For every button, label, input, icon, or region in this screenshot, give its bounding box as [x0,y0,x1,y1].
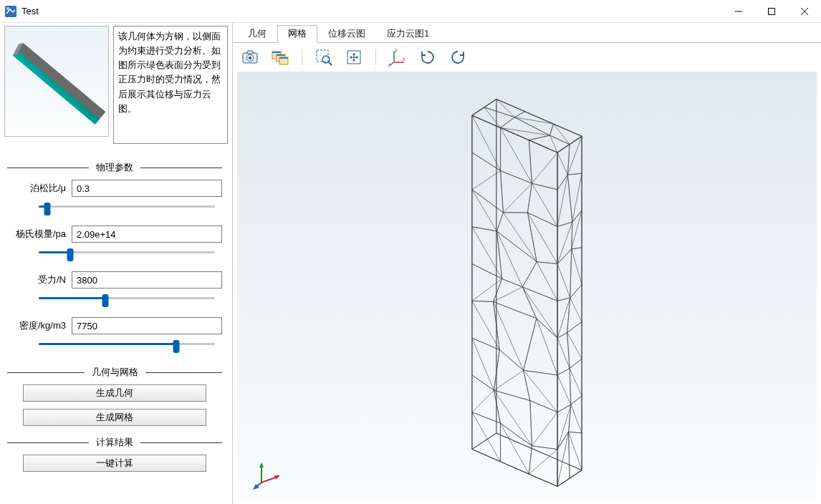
svg-line-270 [496,99,515,117]
svg-line-149 [524,319,537,371]
svg-text:y: y [395,48,398,53]
svg-line-119 [496,213,503,231]
svg-line-115 [496,231,522,287]
generate-geometry-button[interactable]: 生成几何 [23,384,206,402]
svg-line-283 [501,127,529,140]
svg-line-75 [472,190,497,231]
svg-line-50 [472,390,494,412]
svg-line-216 [567,173,582,175]
svg-line-151 [537,319,557,338]
svg-line-250 [557,263,570,297]
svg-line-60 [472,301,499,349]
content-area: 几何 网格 位移云图 应力云图1 yxz [233,23,821,504]
svg-line-234 [570,368,571,404]
tab-stress[interactable]: 应力云图1 [376,25,440,43]
svg-line-181 [569,432,582,433]
svg-line-289 [550,124,554,135]
sidebar: 该几何体为方钢，以侧面为约束进行受力分析。如图所示绿色表面分为受到正压力时的受力… [0,23,233,504]
svg-marker-297 [259,462,264,467]
svg-line-161 [537,262,557,264]
svg-line-236 [557,368,570,374]
multi-windows-icon[interactable] [270,47,290,67]
svg-line-91 [500,423,532,446]
svg-line-260 [557,175,567,226]
viewport-toolbar: yxz [233,43,821,72]
window-maximize-button[interactable] [755,0,788,23]
svg-line-41 [472,450,501,462]
svg-line-185 [571,404,582,433]
input-young[interactable] [72,226,222,243]
svg-rect-18 [279,57,288,59]
zoom-select-icon[interactable] [314,47,334,67]
rotate-ccw-icon[interactable] [448,47,468,67]
svg-line-293 [529,140,557,152]
slider-density[interactable] [7,339,222,350]
window-minimize-button[interactable] [722,0,755,23]
svg-line-279 [514,112,524,117]
svg-line-180 [569,432,582,470]
tab-bar: 几何 网格 位移云图 应力云图1 [233,26,821,43]
svg-rect-7 [13,50,100,125]
svg-line-269 [484,99,496,107]
svg-line-201 [570,285,582,298]
svg-line-274 [472,107,484,115]
svg-line-100 [494,370,523,390]
label-young: 杨氏模量/pa [7,228,69,241]
svg-line-255 [557,222,572,264]
svg-line-220 [567,136,582,175]
rotate-cw-icon[interactable] [418,47,438,67]
compute-button[interactable]: 一键计算 [23,455,206,472]
label-force: 受力/N [7,273,69,286]
svg-line-206 [572,248,582,249]
svg-line-164 [527,213,537,262]
svg-point-11 [249,57,251,59]
svg-text:x: x [403,57,405,62]
svg-line-266 [496,99,525,111]
svg-line-215 [572,173,582,222]
section-geom-mesh: 几何与网格 [7,366,222,379]
svg-line-140 [532,412,557,446]
svg-line-71 [472,227,497,231]
svg-line-284 [501,117,515,128]
svg-line-90 [500,423,529,474]
svg-line-160 [537,262,557,301]
mesh-viewport[interactable] [237,72,817,500]
input-density[interactable] [72,317,222,334]
slider-poisson[interactable] [7,201,222,213]
slider-force[interactable] [7,293,222,304]
input-poisson[interactable] [72,180,222,197]
section-physical: 物理参数 [7,161,222,174]
svg-text:z: z [388,62,391,67]
tab-displacement[interactable]: 位移云图 [317,25,376,43]
input-force[interactable] [72,271,222,289]
svg-line-265 [557,152,567,175]
svg-line-134 [529,446,532,474]
window-close-button[interactable] [788,0,821,23]
axes-xyz-icon[interactable]: yxz [388,47,408,67]
tab-geometry[interactable]: 几何 [237,25,277,43]
svg-line-225 [557,432,569,486]
svg-line-235 [557,375,571,404]
svg-line-101 [499,350,523,371]
camera-icon[interactable] [240,47,260,67]
svg-line-205 [572,249,582,285]
svg-line-146 [524,370,557,375]
svg-line-191 [570,359,582,368]
svg-line-21 [329,62,332,65]
generate-mesh-button[interactable]: 生成网格 [23,409,206,426]
geometry-thumbnail [4,26,109,137]
section-results: 计算结果 [7,436,222,449]
svg-line-171 [532,183,557,190]
svg-line-190 [570,368,582,396]
svg-line-131 [529,474,557,486]
svg-line-195 [567,333,582,359]
svg-line-287 [570,136,582,144]
svg-line-291 [550,135,570,144]
tab-mesh[interactable]: 网格 [277,25,317,43]
svg-line-96 [494,390,529,400]
svg-line-130 [501,127,532,183]
svg-line-166 [527,213,557,227]
fit-icon[interactable] [344,47,364,67]
svg-line-141 [530,401,557,412]
slider-young[interactable] [7,247,222,258]
